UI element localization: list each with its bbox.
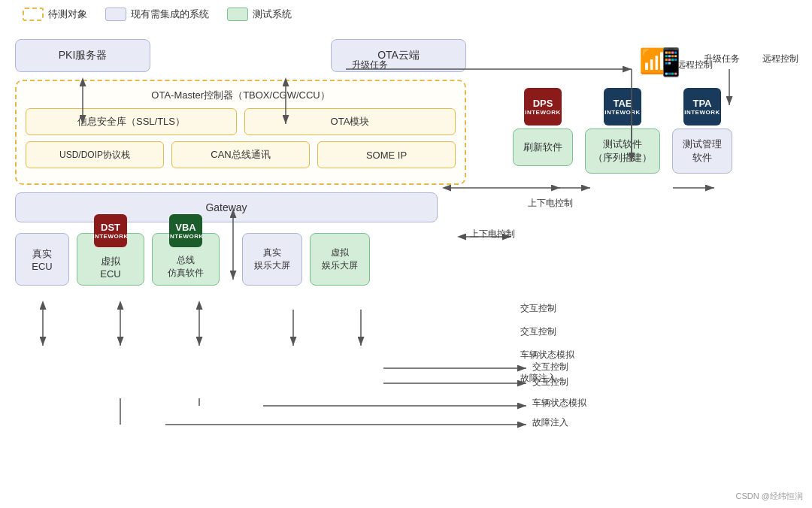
- vba-logo: VBA INTEWORK: [169, 214, 202, 247]
- legend-item-existing: 现有需集成的系统: [105, 8, 209, 21]
- real-entertainment-label: 真实娱乐大屏: [254, 246, 290, 272]
- test-software-box: 测试软件 （序列搭建）: [585, 129, 660, 174]
- vba-logo-sub: INTEWORK: [168, 233, 204, 240]
- usd-box: USD/DOIP协议栈: [26, 141, 164, 168]
- tae-logo: TAE INTEWORK: [604, 88, 641, 125]
- test-mgmt-group: TPA INTEWORK 测试管理 软件: [672, 88, 732, 174]
- main-container: 待测对象 现有需集成的系统 测试系统 PKI服务器 OTA云端 OTA-Mast…: [0, 0, 812, 508]
- phone-icon: 📱: [654, 47, 688, 78]
- real-ecu-box: 真实ECU: [15, 233, 69, 286]
- bus-sim-label: 总线仿真软件: [168, 254, 204, 280]
- upgrade-task-arrow-label: 升级任务: [352, 59, 388, 71]
- dst-logo: DST INTEWORK: [94, 214, 127, 247]
- virtual-entertainment-box: 虚拟娱乐大屏: [310, 233, 370, 286]
- vba-logo-text: VBA: [175, 222, 195, 233]
- vehicle-state-sim-label: 车辆状态模拟: [520, 349, 574, 361]
- ota-master-container: OTA-Master控制器（TBOX/CGW/CCU） 信息安全库（SSL/TL…: [15, 80, 466, 185]
- tpa-logo-sub: INTEWORK: [684, 109, 720, 116]
- top-labels-area: 升级任务 远程控制: [704, 53, 798, 65]
- can-label: CAN总线通讯: [211, 148, 270, 162]
- ota-inner-row-top: 信息安全库（SSL/TLS） OTA模块: [26, 108, 456, 135]
- pki-label: PKI服务器: [59, 49, 108, 62]
- someip-box: SOME IP: [317, 141, 456, 168]
- top-row: PKI服务器 OTA云端: [15, 39, 466, 72]
- dst-logo-text: DST: [101, 222, 120, 233]
- ssl-label: 信息安全库（SSL/TLS）: [77, 115, 185, 129]
- tpa-logo: TPA INTEWORK: [683, 88, 721, 125]
- bottom-row: 真实ECU DST INTEWORK 虚拟ECU VBA INTEWORK 总线…: [15, 233, 466, 286]
- tpa-logo-text: TPA: [692, 98, 711, 109]
- watermark: CSDN @经纬恒润: [736, 491, 803, 502]
- test-software-label2: （序列搭建）: [593, 151, 652, 165]
- ota-inner-row-bottom: USD/DOIP协议栈 CAN总线通讯 SOME IP: [26, 141, 456, 168]
- bus-sim-box: VBA INTEWORK 总线仿真软件: [152, 233, 220, 286]
- legend-label-pending: 待测对象: [48, 8, 87, 21]
- test-mgmt-box: 测试管理 软件: [672, 129, 732, 174]
- up-down-control-label: 上下电控制: [528, 197, 573, 210]
- dst-logo-sub: INTEWORK: [92, 233, 129, 240]
- legend-label-test: 测试系统: [253, 8, 292, 21]
- test-software-label1: 测试软件: [603, 138, 642, 151]
- fault-injection-arrow-label: 故障注入: [532, 416, 568, 429]
- virtual-ecu-label: 虚拟ECU: [100, 255, 120, 280]
- refresh-software-group: DPS INTEWORK 刷新软件: [513, 88, 573, 166]
- ssl-box: 信息安全库（SSL/TLS）: [26, 108, 237, 135]
- can-box: CAN总线通讯: [171, 141, 310, 168]
- interaction-control1-arrow-label: 交互控制: [532, 361, 568, 373]
- ota-module-label: OTA模块: [331, 115, 370, 129]
- interaction-control2-arrow-label: 交互控制: [532, 376, 568, 389]
- up-down-control-arrow-label: 上下电控制: [470, 228, 515, 240]
- left-area: PKI服务器 OTA云端 OTA-Master控制器（TBOX/CGW/CCU）…: [15, 39, 466, 286]
- test-mgmt-label1: 测试管理: [683, 138, 722, 151]
- legend-icon-pending: [23, 8, 44, 21]
- virtual-ecu-box: DST INTEWORK 虚拟ECU: [77, 233, 144, 286]
- dps-logo-sub: INTEWORK: [525, 109, 561, 116]
- tae-logo-sub: INTEWORK: [604, 109, 641, 116]
- tae-logo-text: TAE: [613, 98, 632, 109]
- dps-logo-text: DPS: [533, 98, 553, 109]
- ota-master-label: OTA-Master控制器（TBOX/CGW/CCU）: [26, 89, 456, 102]
- someip-label: SOME IP: [366, 150, 407, 161]
- real-ecu-label: 真实ECU: [32, 247, 52, 272]
- test-mgmt-label2: 软件: [692, 151, 712, 165]
- legend: 待测对象 现有需集成的系统 测试系统: [8, 8, 804, 21]
- interaction-control1-label: 交互控制: [520, 302, 574, 315]
- usd-label: USD/DOIP协议栈: [59, 149, 130, 162]
- right-arrow-labels: 上下电控制: [513, 197, 573, 210]
- remote-control-label: 远程控制: [762, 53, 798, 65]
- legend-icon-test: [227, 8, 248, 21]
- refresh-software-label: 刷新软件: [523, 141, 562, 154]
- vehicle-state-sim-arrow-label: 车辆状态模拟: [532, 397, 586, 410]
- ota-module-box: OTA模块: [244, 108, 456, 135]
- test-software-group: TAE INTEWORK 测试软件 （序列搭建）: [585, 88, 660, 174]
- virtual-entertainment-label: 虚拟娱乐大屏: [322, 246, 358, 272]
- gateway-box: Gateway: [15, 192, 438, 222]
- refresh-software-box: 刷新软件: [513, 129, 573, 166]
- pki-server-box: PKI服务器: [15, 39, 150, 72]
- gateway-label: Gateway: [205, 201, 247, 213]
- legend-label-existing: 现有需集成的系统: [131, 8, 209, 21]
- ota-cloud-box: OTA云端: [331, 39, 466, 72]
- interaction-control2-label: 交互控制: [520, 325, 574, 338]
- real-entertainment-box: 真实娱乐大屏: [242, 233, 302, 286]
- legend-item-test: 测试系统: [227, 8, 292, 21]
- legend-item-pending: 待测对象: [23, 8, 87, 21]
- legend-icon-existing: [105, 8, 126, 21]
- software-row: DPS INTEWORK 刷新软件 TAE INTEWORK 测试软件 （序列搭…: [513, 88, 798, 174]
- dps-logo: DPS INTEWORK: [524, 88, 562, 125]
